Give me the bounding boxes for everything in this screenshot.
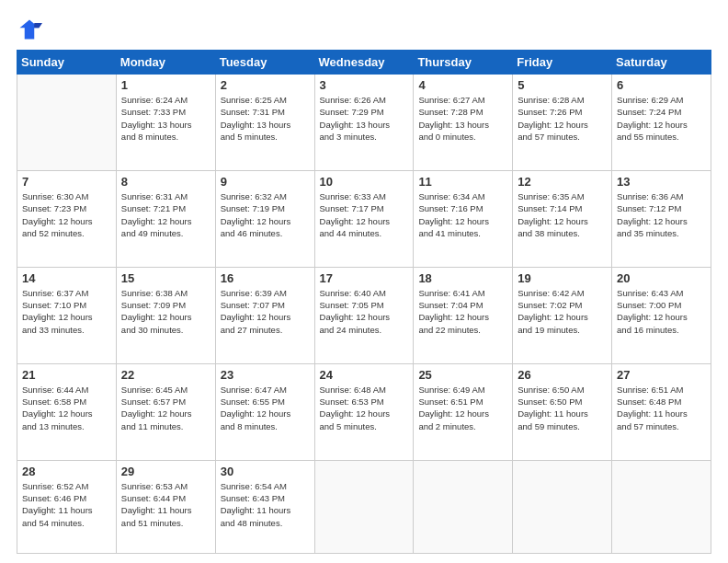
calendar-cell: 22Sunrise: 6:45 AMSunset: 6:57 PMDayligh…: [116, 363, 215, 460]
day-info: Sunrise: 6:42 AMSunset: 7:02 PMDaylight:…: [518, 287, 607, 336]
day-info: Sunrise: 6:44 AMSunset: 6:58 PMDaylight:…: [22, 384, 111, 432]
day-number: 5: [518, 78, 607, 92]
day-number: 14: [22, 271, 111, 285]
day-number: 2: [221, 78, 310, 92]
day-info: Sunrise: 6:39 AMSunset: 7:07 PMDaylight:…: [221, 287, 310, 336]
day-number: 17: [320, 271, 409, 285]
day-info: Sunrise: 6:26 AMSunset: 7:29 PMDaylight:…: [320, 94, 409, 143]
day-info: Sunrise: 6:29 AMSunset: 7:24 PMDaylight:…: [617, 94, 706, 143]
calendar-week-row: 14Sunrise: 6:37 AMSunset: 7:10 PMDayligh…: [17, 267, 711, 363]
calendar-cell: 28Sunrise: 6:52 AMSunset: 6:46 PMDayligh…: [17, 460, 117, 553]
day-number: 27: [617, 368, 706, 382]
logo-icon: [17, 17, 42, 42]
calendar-cell: 10Sunrise: 6:33 AMSunset: 7:17 PMDayligh…: [314, 170, 414, 267]
calendar-cell: 8Sunrise: 6:31 AMSunset: 7:21 PMDaylight…: [116, 170, 215, 267]
day-number: 15: [121, 271, 210, 285]
weekday-header-friday: Friday: [513, 51, 612, 75]
day-number: 20: [617, 271, 706, 285]
day-info: Sunrise: 6:41 AMSunset: 7:04 PMDaylight:…: [418, 287, 507, 336]
day-number: 12: [518, 175, 607, 189]
day-number: 30: [221, 465, 310, 478]
calendar-cell: [314, 460, 414, 553]
calendar-cell: 2Sunrise: 6:25 AMSunset: 7:31 PMDaylight…: [215, 75, 314, 171]
calendar-cell: [513, 460, 612, 553]
day-info: Sunrise: 6:33 AMSunset: 7:17 PMDaylight:…: [320, 190, 409, 239]
day-info: Sunrise: 6:47 AMSunset: 6:55 PMDaylight:…: [221, 384, 310, 432]
calendar-cell: 3Sunrise: 6:26 AMSunset: 7:29 PMDaylight…: [314, 75, 414, 171]
weekday-header-row: SundayMondayTuesdayWednesdayThursdayFrid…: [17, 51, 711, 75]
day-number: 6: [617, 78, 706, 92]
calendar-table: SundayMondayTuesdayWednesdayThursdayFrid…: [17, 50, 711, 554]
day-info: Sunrise: 6:40 AMSunset: 7:05 PMDaylight:…: [320, 287, 409, 336]
weekday-header-thursday: Thursday: [414, 51, 513, 75]
calendar-cell: 4Sunrise: 6:27 AMSunset: 7:28 PMDaylight…: [414, 75, 513, 171]
day-number: 11: [418, 175, 507, 189]
calendar-cell: [612, 460, 711, 553]
day-number: 10: [320, 175, 409, 189]
day-number: 7: [22, 175, 111, 189]
calendar-cell: 25Sunrise: 6:49 AMSunset: 6:51 PMDayligh…: [414, 363, 513, 460]
day-number: 25: [418, 368, 507, 382]
day-info: Sunrise: 6:34 AMSunset: 7:16 PMDaylight:…: [418, 190, 507, 239]
day-info: Sunrise: 6:53 AMSunset: 6:44 PMDaylight:…: [121, 480, 210, 529]
day-info: Sunrise: 6:32 AMSunset: 7:19 PMDaylight:…: [221, 190, 310, 239]
logo: [17, 17, 46, 42]
day-number: 4: [418, 78, 507, 92]
day-number: 1: [121, 78, 210, 92]
day-info: Sunrise: 6:38 AMSunset: 7:09 PMDaylight:…: [121, 287, 210, 336]
day-info: Sunrise: 6:37 AMSunset: 7:10 PMDaylight:…: [22, 287, 111, 336]
day-info: Sunrise: 6:45 AMSunset: 6:57 PMDaylight:…: [121, 384, 210, 432]
weekday-header-sunday: Sunday: [17, 51, 117, 75]
calendar-cell: 19Sunrise: 6:42 AMSunset: 7:02 PMDayligh…: [513, 267, 612, 363]
svg-marker-0: [20, 20, 40, 40]
calendar-week-row: 28Sunrise: 6:52 AMSunset: 6:46 PMDayligh…: [17, 460, 711, 553]
day-info: Sunrise: 6:49 AMSunset: 6:51 PMDaylight:…: [418, 384, 507, 432]
day-number: 24: [320, 368, 409, 382]
day-number: 16: [221, 271, 310, 285]
weekday-header-wednesday: Wednesday: [314, 51, 414, 75]
calendar-cell: 17Sunrise: 6:40 AMSunset: 7:05 PMDayligh…: [314, 267, 414, 363]
calendar-cell: 6Sunrise: 6:29 AMSunset: 7:24 PMDaylight…: [612, 75, 711, 171]
day-number: 13: [617, 175, 706, 189]
calendar-cell: 13Sunrise: 6:36 AMSunset: 7:12 PMDayligh…: [612, 170, 711, 267]
calendar-cell: 9Sunrise: 6:32 AMSunset: 7:19 PMDaylight…: [215, 170, 314, 267]
calendar-cell: 12Sunrise: 6:35 AMSunset: 7:14 PMDayligh…: [513, 170, 612, 267]
day-info: Sunrise: 6:50 AMSunset: 6:50 PMDaylight:…: [518, 384, 607, 432]
weekday-header-saturday: Saturday: [612, 51, 711, 75]
day-info: Sunrise: 6:51 AMSunset: 6:48 PMDaylight:…: [617, 384, 706, 432]
day-info: Sunrise: 6:35 AMSunset: 7:14 PMDaylight:…: [518, 190, 607, 239]
calendar-cell: [17, 75, 117, 171]
day-number: 9: [221, 175, 310, 189]
calendar-cell: 7Sunrise: 6:30 AMSunset: 7:23 PMDaylight…: [17, 170, 117, 267]
day-info: Sunrise: 6:28 AMSunset: 7:26 PMDaylight:…: [518, 94, 607, 143]
day-number: 28: [22, 465, 111, 478]
weekday-header-tuesday: Tuesday: [215, 51, 314, 75]
calendar-cell: 5Sunrise: 6:28 AMSunset: 7:26 PMDaylight…: [513, 75, 612, 171]
day-number: 26: [518, 368, 607, 382]
calendar-cell: 15Sunrise: 6:38 AMSunset: 7:09 PMDayligh…: [116, 267, 215, 363]
calendar-cell: 16Sunrise: 6:39 AMSunset: 7:07 PMDayligh…: [215, 267, 314, 363]
day-info: Sunrise: 6:52 AMSunset: 6:46 PMDaylight:…: [22, 480, 111, 529]
weekday-header-monday: Monday: [116, 51, 215, 75]
day-number: 19: [518, 271, 607, 285]
day-info: Sunrise: 6:31 AMSunset: 7:21 PMDaylight:…: [121, 190, 210, 239]
day-info: Sunrise: 6:48 AMSunset: 6:53 PMDaylight:…: [320, 384, 409, 432]
calendar-cell: 26Sunrise: 6:50 AMSunset: 6:50 PMDayligh…: [513, 363, 612, 460]
calendar-week-row: 7Sunrise: 6:30 AMSunset: 7:23 PMDaylight…: [17, 170, 711, 267]
day-info: Sunrise: 6:43 AMSunset: 7:00 PMDaylight:…: [617, 287, 706, 336]
day-number: 23: [221, 368, 310, 382]
day-number: 8: [121, 175, 210, 189]
day-number: 21: [22, 368, 111, 382]
day-info: Sunrise: 6:25 AMSunset: 7:31 PMDaylight:…: [221, 94, 310, 143]
calendar-cell: 30Sunrise: 6:54 AMSunset: 6:43 PMDayligh…: [215, 460, 314, 553]
calendar-cell: 18Sunrise: 6:41 AMSunset: 7:04 PMDayligh…: [414, 267, 513, 363]
calendar-week-row: 21Sunrise: 6:44 AMSunset: 6:58 PMDayligh…: [17, 363, 711, 460]
day-info: Sunrise: 6:27 AMSunset: 7:28 PMDaylight:…: [418, 94, 507, 143]
day-info: Sunrise: 6:54 AMSunset: 6:43 PMDaylight:…: [221, 480, 310, 529]
calendar-cell: 14Sunrise: 6:37 AMSunset: 7:10 PMDayligh…: [17, 267, 117, 363]
day-info: Sunrise: 6:24 AMSunset: 7:33 PMDaylight:…: [121, 94, 210, 143]
day-number: 29: [121, 465, 210, 478]
day-info: Sunrise: 6:36 AMSunset: 7:12 PMDaylight:…: [617, 190, 706, 239]
calendar-week-row: 1Sunrise: 6:24 AMSunset: 7:33 PMDaylight…: [17, 75, 711, 171]
page: SundayMondayTuesdayWednesdayThursdayFrid…: [0, 0, 728, 563]
